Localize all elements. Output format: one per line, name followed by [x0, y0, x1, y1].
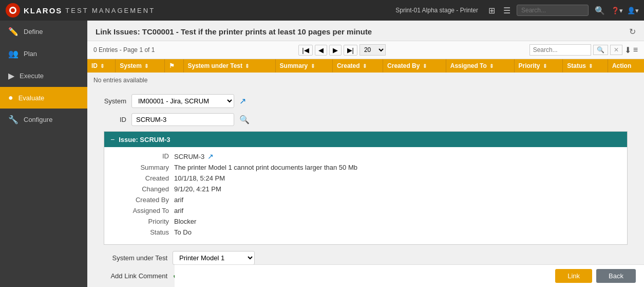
first-page-button[interactable]: |◀: [298, 45, 312, 56]
grid-view-button[interactable]: ⊞: [486, 5, 497, 16]
sort-sut-icon: ⇕: [245, 63, 249, 69]
sidebar-item-configure[interactable]: 🔧 Configure: [0, 109, 87, 131]
plan-icon: 👥: [8, 49, 18, 59]
sidebar-label-plan: Plan: [24, 50, 37, 58]
logo: KLAROS TEST MANAGEMENT: [5, 3, 155, 18]
col-id[interactable]: ID ⇕: [87, 59, 116, 73]
id-search-button[interactable]: 🔍: [239, 115, 250, 124]
brand-name: KLAROS: [24, 6, 62, 15]
refresh-button[interactable]: ↻: [629, 27, 636, 37]
configure-icon: 🔧: [8, 115, 18, 124]
issue-summary-row: Summary The printer Model 1 cannot print…: [112, 164, 619, 171]
issue-priority-row: Priority Blocker: [112, 218, 619, 225]
sprint-label: Sprint-01 Alpha stage - Printer: [395, 7, 478, 14]
id-input[interactable]: [131, 113, 234, 126]
system-external-link-button[interactable]: ↗: [239, 96, 246, 106]
issue-summary-value: The printer Model 1 cannot print documen…: [174, 164, 357, 171]
issue-external-link-button[interactable]: ↗: [207, 152, 214, 160]
export-button[interactable]: ⬇: [624, 45, 631, 55]
sidebar-label-execute: Execute: [20, 72, 44, 80]
issue-body: ID SCRUM-3 ↗ Summary The printer Model 1…: [104, 147, 627, 244]
table-clear-button[interactable]: ✕: [610, 45, 622, 55]
col-flag[interactable]: ⚑: [164, 59, 183, 73]
table-header-row: ID ⇕ System ⇕ ⚑ System under Test ⇕ Summ…: [87, 59, 644, 73]
issue-header: − Issue: SCRUM-3: [104, 132, 627, 147]
sidebar: ✏️ Define 👥 Plan ▶ Execute ● Evaluate 🔧 …: [0, 21, 87, 287]
execute-icon: ▶: [8, 71, 14, 81]
issue-assignedto-row: Assigned To arif: [112, 207, 619, 214]
issue-block: − Issue: SCRUM-3 ID SCRUM-3 ↗ Summary: [104, 131, 628, 245]
issue-assignedto-value: arif: [174, 207, 183, 214]
id-row: ID 🔍: [96, 113, 636, 126]
search-icon-button[interactable]: 🔍: [593, 5, 607, 16]
col-action: Action: [608, 59, 644, 73]
issue-priority-value: Blocker: [174, 218, 196, 225]
page-header: Link Issues: TC00001 - Test if the print…: [87, 21, 644, 41]
table-search-area: 🔍 ✕ ⬇ ≡: [529, 44, 638, 56]
sort-createdby-icon: ⇕: [423, 63, 427, 69]
sidebar-item-define[interactable]: ✏️ Define: [0, 21, 87, 43]
no-entries-text: No entries available: [87, 73, 644, 88]
columns-button[interactable]: ≡: [633, 45, 638, 55]
pagination-bar: 0 Entries - Page 1 of 1 |◀ ◀ ▶ ▶| 10 20 …: [87, 41, 644, 59]
col-system-under-test[interactable]: System under Test ⇕: [183, 59, 275, 73]
issue-changed-label: Changed: [112, 185, 174, 193]
issue-created-value: 10/1/18, 5:24 PM: [174, 174, 225, 182]
issue-status-label: Status: [112, 228, 174, 236]
pagination-controls: |◀ ◀ ▶ ▶| 10 20 50 100: [298, 44, 386, 56]
issue-id-value: SCRUM-3 ↗: [174, 152, 214, 160]
issue-id-row: ID SCRUM-3 ↗: [112, 152, 619, 160]
evaluate-icon: ●: [8, 93, 13, 102]
next-page-button[interactable]: ▶: [329, 45, 342, 56]
issue-changed-row: Changed 9/1/20, 4:21 PM: [112, 185, 619, 193]
system-select[interactable]: IM00001 - Jira, SCRUM: [131, 94, 234, 108]
help-button[interactable]: ❓▾: [611, 7, 623, 14]
prev-page-button[interactable]: ◀: [315, 45, 327, 56]
col-assigned-to[interactable]: Assigned To ⇕: [446, 59, 514, 73]
sut-select[interactable]: Printer Model 1: [173, 251, 255, 265]
table-search-input[interactable]: [529, 44, 591, 56]
page-size-select[interactable]: 10 20 50 100: [359, 44, 386, 56]
user-menu-button[interactable]: 👤▾: [627, 7, 639, 14]
issue-status-row: Status To Do: [112, 228, 619, 236]
col-created-by[interactable]: Created By ⇕: [383, 59, 446, 73]
id-label: ID: [96, 116, 126, 123]
sidebar-label-define: Define: [24, 28, 43, 35]
issues-table: ID ⇕ System ⇕ ⚑ System under Test ⇕ Summ…: [87, 59, 644, 88]
page-title: Link Issues: TC00001 - Test if the print…: [96, 27, 372, 36]
col-summary[interactable]: Summary ⇕: [275, 59, 332, 73]
col-system[interactable]: System ⇕: [116, 59, 165, 73]
issue-id-text: SCRUM-3: [174, 153, 204, 160]
list-view-button[interactable]: ☰: [501, 5, 513, 16]
collapse-button[interactable]: −: [110, 135, 115, 144]
link-button[interactable]: Link: [555, 269, 592, 283]
system-label: System: [96, 97, 126, 105]
col-priority[interactable]: Priority ⇕: [514, 59, 563, 73]
sidebar-label-evaluate: Evaluate: [18, 94, 45, 102]
issue-id-label: ID: [112, 152, 174, 160]
global-search-input[interactable]: [517, 5, 589, 16]
no-entries-row: No entries available: [87, 73, 644, 88]
sidebar-item-execute[interactable]: ▶ Execute: [0, 65, 87, 87]
col-status[interactable]: Status ⇕: [563, 59, 608, 73]
table-search-button[interactable]: 🔍: [593, 45, 608, 55]
sidebar-item-evaluate[interactable]: ● Evaluate: [0, 87, 87, 109]
issue-created-label: Created: [112, 174, 174, 182]
link-form-section: System IM00001 - Jira, SCRUM ↗ ID 🔍 − Is…: [87, 88, 644, 287]
sidebar-item-plan[interactable]: 👥 Plan: [0, 43, 87, 65]
issue-assignedto-label: Assigned To: [112, 207, 174, 214]
sort-assignedto-icon: ⇕: [489, 63, 494, 69]
back-button[interactable]: Back: [596, 269, 636, 283]
main-content: Link Issues: TC00001 - Test if the print…: [87, 21, 644, 287]
sort-summary-icon: ⇕: [311, 63, 315, 69]
sort-status-icon: ⇕: [589, 63, 593, 69]
sut-label: System under Test: [96, 254, 167, 262]
col-created[interactable]: Created ⇕: [332, 59, 383, 73]
issue-createdby-label: Created By: [112, 196, 174, 204]
last-page-button[interactable]: ▶|: [344, 45, 357, 56]
sut-row: System under Test Printer Model 1: [96, 251, 636, 265]
topnav: KLAROS TEST MANAGEMENT Sprint-01 Alpha s…: [0, 0, 644, 21]
flag-icon: ⚑: [169, 62, 175, 69]
sort-priority-icon: ⇕: [543, 63, 547, 69]
issue-summary-label: Summary: [112, 164, 174, 171]
